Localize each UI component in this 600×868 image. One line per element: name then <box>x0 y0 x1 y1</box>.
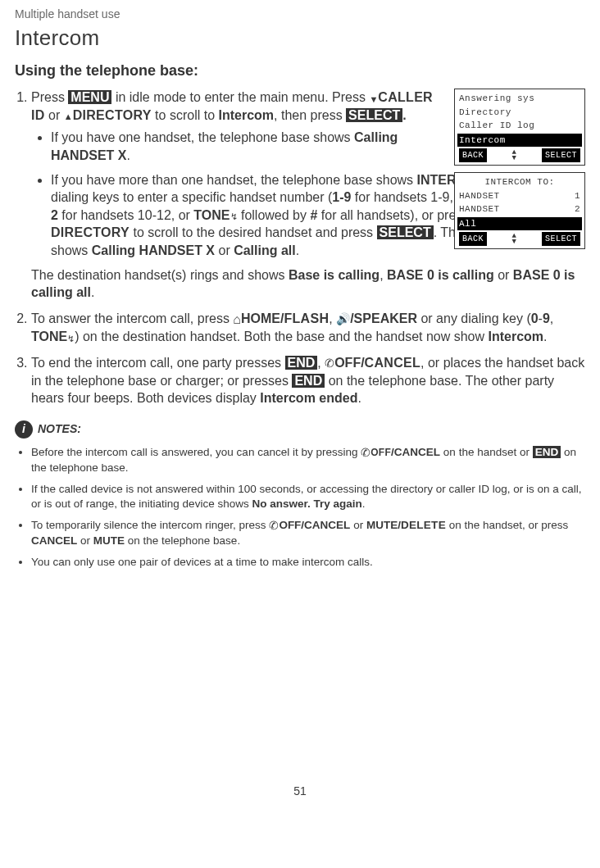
page-number: 51 <box>15 784 585 799</box>
key: 2 <box>51 208 58 222</box>
lcd-intercom-screen: INTERCOM TO: HANDSET 1 HANDSET 2 All BAC… <box>454 172 585 249</box>
notes-heading: i NOTES: <box>15 420 585 439</box>
text: The destination handset(s) rings and sho… <box>31 268 289 282</box>
text: . <box>362 498 366 510</box>
mute-delete-key: MUTE/ <box>366 519 401 531</box>
lcd-menu-screen: Answering sys Directory Caller ID log In… <box>454 89 585 166</box>
text: for all handsets), or press <box>317 208 472 222</box>
tone-key: TONE <box>31 329 67 343</box>
select-key: SELECT <box>377 225 434 239</box>
end-key: END <box>285 356 318 370</box>
lcd-softkey-select: SELECT <box>542 232 580 246</box>
text: . <box>126 148 130 162</box>
info-icon: i <box>15 420 33 439</box>
text: , <box>329 311 336 325</box>
text: . <box>296 243 299 257</box>
note-2: If the called device is not answered wit… <box>31 482 585 511</box>
directory-key: DIRECTORY <box>51 225 130 239</box>
text: or any dialing key ( <box>417 311 531 325</box>
text: on the handset or <box>440 446 533 458</box>
key: 0 <box>531 311 539 325</box>
screen-text: No answer. Try again <box>252 498 361 510</box>
lcd-nav-arrows-icon: ▲▼ <box>512 234 517 245</box>
home-flash-key-sc: FLASH <box>284 311 329 325</box>
down-arrow-icon <box>369 91 378 107</box>
off-cancel-key-sc: CANCEL <box>365 356 420 370</box>
page-title: Intercom <box>15 24 585 52</box>
tone-icon <box>67 330 75 346</box>
menu-key: MENU <box>68 90 111 104</box>
text: If you have one handset, the telephone b… <box>51 130 354 144</box>
end-key: END <box>533 446 561 458</box>
text: , <box>317 356 325 370</box>
breadcrumb: Multiple handset use <box>15 7 585 22</box>
text: Before the intercom call is answered, yo… <box>31 446 361 458</box>
lcd-row-value: 1 <box>575 189 580 203</box>
select-key: SELECT <box>346 108 402 122</box>
home-icon <box>233 311 241 329</box>
key: 9 <box>543 311 550 325</box>
text: to scroll to the desired handset and pre… <box>130 225 377 239</box>
off-icon <box>325 356 334 371</box>
lcd-line: Caller ID log <box>459 119 580 133</box>
text: or <box>77 534 93 547</box>
lcd-softkey-back: BACK <box>459 232 487 246</box>
text: to scroll to <box>152 108 219 122</box>
speaker-icon <box>336 311 350 327</box>
off-cancel-key: OFF/CANCEL <box>279 519 350 531</box>
notes-list: Before the intercom call is answered, yo… <box>15 445 585 570</box>
screen-text: Calling all <box>234 243 296 257</box>
text: To answer the intercom call, press <box>31 311 233 325</box>
home-flash-key: HOME/ <box>241 311 284 325</box>
lcd-line: Answering sys <box>459 92 580 106</box>
off-key-sc: OFF <box>370 447 391 458</box>
text: Press <box>31 90 68 104</box>
lcd-line: Directory <box>459 106 580 120</box>
note-1: Before the intercom call is answered, yo… <box>31 445 585 475</box>
lcd-title: INTERCOM TO: <box>459 175 580 189</box>
off-cancel-key: OFF/ <box>334 356 364 370</box>
lcd-highlighted-line: Intercom <box>457 134 582 148</box>
lcd-screens: Answering sys Directory Caller ID log In… <box>454 89 585 256</box>
screen-text: Calling HANDSET X <box>92 243 215 257</box>
mute-delete-key-sc: DELETE <box>401 519 446 531</box>
text: or <box>45 108 64 122</box>
destination-paragraph: The destination handset(s) rings and sho… <box>31 266 585 302</box>
lcd-highlighted-line: All <box>457 217 582 231</box>
text: for handsets 10-12, or <box>58 208 193 222</box>
end-key: END <box>292 374 325 388</box>
text: on the handset, or press <box>446 519 568 531</box>
cancel-key: CANCEL <box>31 534 77 547</box>
text: or <box>494 268 513 282</box>
lcd-row-value: 2 <box>575 202 580 216</box>
text: or <box>215 243 234 257</box>
text: . <box>357 391 361 405</box>
text: or <box>350 519 366 531</box>
text: on the telephone base. <box>125 534 240 547</box>
mute-key: MUTE <box>93 534 125 547</box>
text: . <box>402 108 406 122</box>
text: . <box>91 285 94 299</box>
step-2: To answer the intercom call, press HOME/… <box>31 310 585 346</box>
screen-text: Base is calling <box>289 268 380 282</box>
text: . <box>543 329 547 343</box>
note-4: You can only use one pair of devices at … <box>31 555 585 570</box>
text: To temporarily silence the intercom ring… <box>31 519 269 531</box>
lcd-row-label: HANDSET <box>459 189 500 203</box>
lcd-softkey-back: BACK <box>459 148 487 162</box>
tone-icon <box>230 208 238 224</box>
text: , <box>550 311 553 325</box>
text: , <box>380 268 387 282</box>
intercom-label: Intercom <box>218 108 274 122</box>
screen-text: BASE 0 is calling <box>387 268 494 282</box>
text: To end the intercom call, one party pres… <box>31 356 285 370</box>
off-icon <box>361 445 370 461</box>
directory-key: DIRECTORY <box>73 108 152 122</box>
hash-key: # <box>310 208 317 222</box>
lcd-row-label: HANDSET <box>459 202 500 216</box>
screen-text: Intercom ended <box>260 391 357 405</box>
lcd-nav-arrows-icon: ▲▼ <box>512 150 517 161</box>
note-3: To temporarily silence the intercom ring… <box>31 518 585 548</box>
off-icon <box>269 518 279 534</box>
text: If you have more than one handset, the t… <box>51 173 417 187</box>
